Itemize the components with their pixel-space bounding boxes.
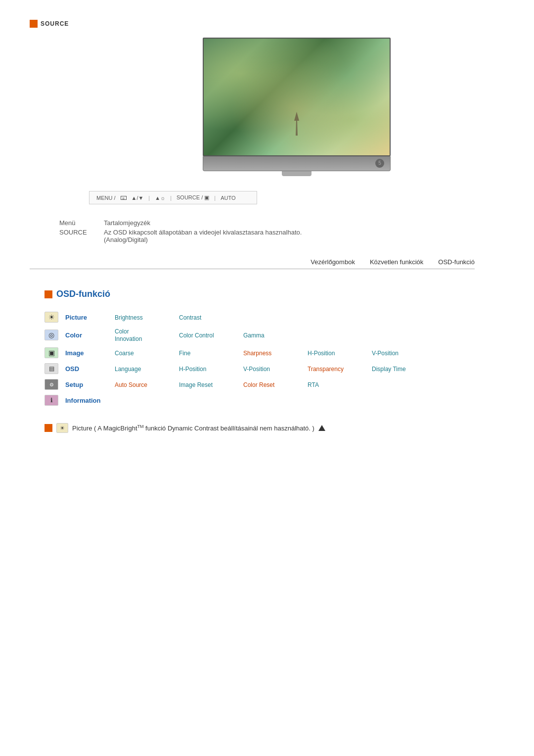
- osd-row-color: ◎ Color Color Innovation Color Control G…: [44, 325, 504, 345]
- monitor-base: [203, 156, 391, 171]
- gamma-link[interactable]: Gamma: [243, 332, 265, 339]
- vposition-osd-link[interactable]: V-Position: [243, 366, 270, 373]
- osd-row-image: ▣ Image Coarse Fine Sharpness H-Position: [44, 345, 504, 361]
- rta-link[interactable]: RTA: [308, 381, 319, 388]
- hposition-osd-link[interactable]: H-Position: [179, 366, 206, 373]
- information-icon: ℹ: [44, 395, 58, 406]
- menu-source-row: SOURCE Az OSD kikapcsolt állapotában a v…: [59, 229, 504, 243]
- content-col-header: Tartalomjegyzék: [104, 219, 504, 227]
- image-reset-link[interactable]: Image Reset: [179, 381, 213, 388]
- arrows-label: ▲/▼: [132, 195, 144, 201]
- monitor-screen: [203, 38, 391, 156]
- setup-name: Setup: [65, 381, 83, 388]
- osd-section: OSD-funkció ☀ Picture Brightness Contras…: [44, 289, 504, 408]
- menu-source-content: Az OSD kikapcsolt állapotában a videojel…: [104, 229, 504, 243]
- osd-section-icon: [44, 290, 52, 298]
- control-bar: MENU / ||| ▲/▼ | ▲☼ | SOURCE / ▣ | AUTO: [89, 191, 257, 204]
- nav-tabs: Vezérlőgombok Közvetlen funkciók OSD-fun…: [30, 258, 475, 269]
- information-name: Information: [65, 397, 101, 404]
- source-icon: [30, 20, 38, 28]
- source-control-label: SOURCE / ▣: [177, 194, 209, 201]
- monitor-container: [89, 38, 504, 176]
- color-reset-link[interactable]: Color Reset: [243, 381, 274, 388]
- osd-title: OSD-funkció: [56, 289, 110, 299]
- source-header: SOURCE: [30, 20, 504, 28]
- menu-source-label: SOURCE: [59, 229, 104, 236]
- osd-row-information: ℹ Information: [44, 392, 504, 408]
- hposition-image-link[interactable]: H-Position: [308, 350, 335, 357]
- osd-name: OSD: [65, 365, 79, 373]
- menu-header-row: Menü Tartalomjegyzék: [59, 219, 504, 227]
- osd-grid: ☀ Picture Brightness Contrast ◎: [44, 309, 504, 408]
- picture-name: Picture: [65, 314, 87, 321]
- picture-icon: ☀: [44, 312, 58, 323]
- menu-label: MENU /: [96, 195, 116, 201]
- brightness-label: ▲☼: [155, 195, 165, 201]
- triangle-up-icon: [318, 425, 325, 431]
- color-innovation-link[interactable]: Color Innovation: [115, 328, 142, 342]
- vposition-image-link[interactable]: V-Position: [372, 350, 399, 357]
- display-time-link[interactable]: Display Time: [372, 366, 406, 373]
- brightness-link[interactable]: Brightness: [115, 314, 143, 321]
- menu-table: Menü Tartalomjegyzék SOURCE Az OSD kikap…: [59, 219, 504, 243]
- fine-link[interactable]: Fine: [179, 350, 190, 357]
- color-control-link[interactable]: Color Control: [179, 332, 214, 339]
- image-name: Image: [65, 349, 84, 357]
- auto-source-link[interactable]: Auto Source: [115, 381, 147, 388]
- tab-kozvetlen[interactable]: Közvetlen funkciók: [370, 258, 423, 267]
- tab-vezerlőgombok[interactable]: Vezérlőgombok: [311, 258, 355, 267]
- source-desc: Az OSD kikapcsolt állapotában a videojel…: [104, 229, 302, 236]
- source-sub: (Analog/Digital): [104, 236, 148, 243]
- bottom-note: ☀ Picture ( A MagicBrightTM funkció Dyna…: [44, 423, 504, 433]
- note-text: Picture ( A MagicBrightTM funkció Dynami…: [72, 424, 314, 432]
- language-link[interactable]: Language: [115, 366, 141, 373]
- contrast-link[interactable]: Contrast: [179, 314, 201, 321]
- osd-row-picture: ☀ Picture Brightness Contrast: [44, 309, 504, 325]
- coarse-link[interactable]: Coarse: [115, 350, 134, 357]
- source-label: SOURCE: [41, 20, 69, 27]
- osd-row-osd: ▤ OSD Language H-Position V-Position Tra…: [44, 361, 504, 377]
- osd-row-setup: ⚙ Setup Auto Source Image Reset Color Re…: [44, 377, 504, 392]
- note-picture-icon: ☀: [56, 423, 68, 433]
- tab-osd-funkcio[interactable]: OSD-funkció: [438, 258, 475, 267]
- setup-icon: ⚙: [44, 379, 58, 390]
- note-icon-box: [44, 424, 52, 432]
- menu-col-header: Menü: [59, 219, 104, 227]
- auto-label: AUTO: [221, 195, 235, 201]
- color-name: Color: [65, 331, 82, 339]
- sharpness-link[interactable]: Sharpness: [243, 350, 271, 357]
- image-icon: ▣: [44, 347, 58, 358]
- osd-title-row: OSD-funkció: [44, 289, 504, 299]
- monitor-stand: [282, 171, 312, 176]
- color-icon: ◎: [44, 330, 58, 340]
- transparency-link[interactable]: Transparency: [308, 366, 344, 373]
- osd-icon-cell: ▤: [44, 363, 58, 374]
